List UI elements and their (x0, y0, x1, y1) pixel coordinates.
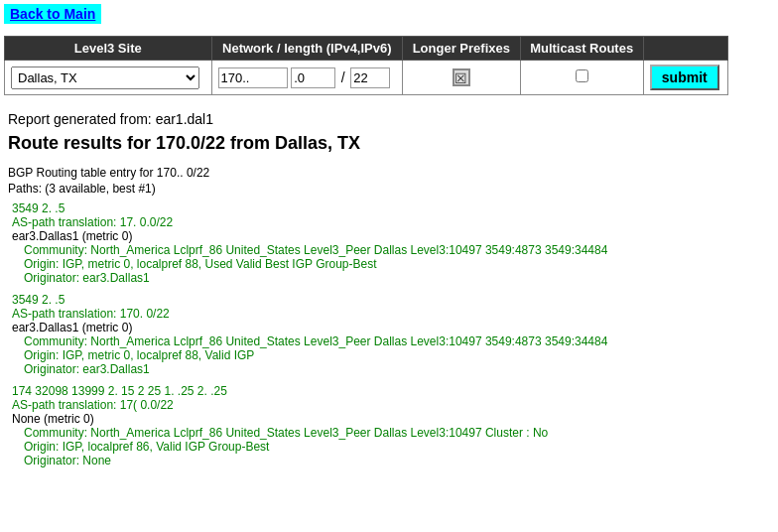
longer-prefixes-icon[interactable]: ☒ (453, 68, 470, 86)
path1-as-translation: AS-path translation: 17. 0.0/22 (12, 215, 770, 229)
path2-originator: Originator: ear3.Dallas1 (24, 362, 770, 376)
site-select[interactable]: Dallas, TX Atlanta, GA Chicago, IL Los A… (11, 66, 199, 89)
longer-prefixes-header: Longer Prefixes (403, 37, 520, 61)
report-section: Report generated from: ear1.dal1 Route r… (8, 111, 770, 467)
submit-cell: submit (643, 61, 727, 95)
submit-header (643, 37, 727, 61)
path3-community: Community: North_America Lclprf_86 Unite… (24, 426, 770, 440)
path1-metric: ear3.Dallas1 (metric 0) (12, 229, 770, 243)
route-results-heading: Route results for 170.0/22 from Dallas, … (8, 133, 770, 154)
prefix-length-input[interactable] (350, 67, 390, 88)
path2-as-translation: AS-path translation: 170. 0/22 (12, 307, 770, 321)
multicast-checkbox[interactable] (576, 69, 588, 82)
slash-divider: / (341, 69, 345, 85)
bgp-entry: BGP Routing table entry for 170.. 0/22 P… (8, 166, 770, 467)
report-generated: Report generated from: ear1.dal1 (8, 111, 770, 127)
network-cell: / (211, 61, 403, 95)
path1-community: Community: North_America Lclprf_86 Unite… (24, 243, 770, 257)
longer-prefixes-cell: ☒ (403, 61, 520, 95)
path2-metric: ear3.Dallas1 (metric 0) (12, 321, 770, 334)
search-form-table: Level3 Site Network / length (IPv4,IPv6)… (4, 36, 728, 95)
path2-community: Community: North_America Lclprf_86 Unite… (24, 334, 770, 348)
network-input2[interactable] (291, 67, 335, 88)
path1-as-path: 3549 2. .5 (12, 201, 770, 215)
path3-block: 174 32098 13999 2. 15 2 25 1. .25 2. .25… (8, 384, 770, 467)
path1-block: 3549 2. .5 AS-path translation: 17. 0.0/… (8, 201, 770, 285)
path1-origin: Origin: IGP, metric 0, localpref 88, Use… (24, 257, 770, 271)
network-header: Network / length (IPv4,IPv6) (211, 37, 403, 61)
path3-as-translation: AS-path translation: 17( 0.0/22 (12, 398, 770, 412)
network-input[interactable] (218, 67, 288, 88)
path3-as-path: 174 32098 13999 2. 15 2 25 1. .25 2. .25 (12, 384, 770, 398)
path3-originator: Originator: None (24, 454, 770, 467)
submit-button[interactable]: submit (650, 65, 719, 90)
path2-origin: Origin: IGP, metric 0, localpref 88, Val… (24, 348, 770, 362)
bgp-table-entry: BGP Routing table entry for 170.. 0/22 (8, 166, 770, 180)
multicast-routes-header: Multicast Routes (520, 37, 643, 61)
path1-originator: Originator: ear3.Dallas1 (24, 271, 770, 285)
path3-metric: None (metric 0) (12, 412, 770, 426)
multicast-cell (520, 61, 643, 95)
path3-origin: Origin: IGP, localpref 86, Valid IGP Gro… (24, 440, 770, 454)
paths-line: Paths: (3 available, best #1) (8, 182, 770, 196)
back-to-main-link[interactable]: Back to Main (4, 4, 101, 24)
path2-block: 3549 2. .5 AS-path translation: 170. 0/2… (8, 293, 770, 376)
level3-site-header: Level3 Site (5, 37, 212, 61)
path2-as-path: 3549 2. .5 (12, 293, 770, 307)
form-section: Level3 Site Network / length (IPv4,IPv6)… (0, 36, 778, 95)
site-cell: Dallas, TX Atlanta, GA Chicago, IL Los A… (5, 61, 212, 95)
